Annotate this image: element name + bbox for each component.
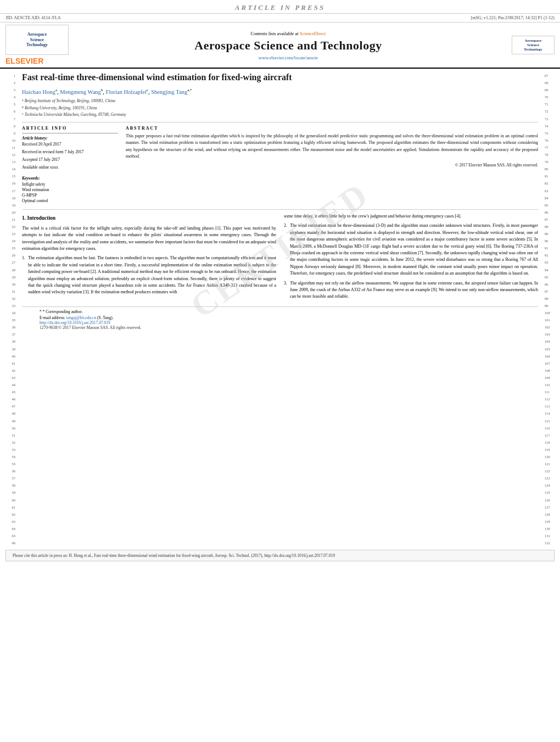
sciencedirect-link[interactable]: ScienceDirect bbox=[300, 31, 326, 36]
citation-bar: Please cite this article in press as: H.… bbox=[5, 550, 555, 561]
aff-c: cTechnische Universität München, Garchin… bbox=[22, 111, 538, 118]
list-item-2: 2. The wind estimation must be three-dim… bbox=[284, 222, 538, 277]
corr-note: * * Corresponding author. bbox=[40, 309, 533, 314]
list-num-2: 2. bbox=[284, 222, 287, 277]
intro-list: 1. The estimation algorithm must be fast… bbox=[22, 255, 276, 295]
header-meta-right: [mSG; v1.221; Pm:2/08/2017; 14:32] P1 (1… bbox=[471, 15, 555, 20]
citation-text: Please cite this article in press as: H.… bbox=[13, 553, 335, 558]
author-shengjing: Shengjing Tang bbox=[151, 88, 187, 94]
list-text-1: The estimation algorithm must be fast. T… bbox=[28, 255, 276, 295]
affiliations: aBeijing Institute of Technology, Beijin… bbox=[22, 98, 538, 118]
logo-area: AerospaceScienceTechnology ELSEVIER bbox=[5, 25, 77, 65]
doi-line: http://dx.doi.org/10.1016/j.ast.2017.07.… bbox=[40, 320, 533, 325]
list-text-3: The algorithm may not rely on the airflo… bbox=[290, 280, 538, 300]
abstract-text: This paper proposes a fast real-time est… bbox=[126, 133, 538, 160]
journal-logo-box: AerospaceScienceTechnology bbox=[5, 25, 69, 55]
journal-header: AerospaceScienceTechnology ELSEVIER Cont… bbox=[0, 22, 560, 69]
section-divider bbox=[22, 209, 538, 210]
article-info-title: ARTICLE INFO bbox=[22, 126, 118, 131]
email-line: E-mail address: tangsj@bit.edu.cn (S. Ta… bbox=[40, 315, 533, 320]
article-info-abstract: ARTICLE INFO Article history: Received 2… bbox=[22, 122, 538, 204]
right-list: 2. The wind estimation must be three-dim… bbox=[284, 222, 538, 300]
issn-text: 1270-9638/© 2017 Elsevier Masson SAS. Al… bbox=[40, 325, 141, 330]
aff-c-text: Technische Universität München, Garching… bbox=[25, 111, 126, 118]
sciencedirect-text: Contents lists available at ScienceDirec… bbox=[77, 30, 500, 36]
header-meta: JID: AESCTE AID: 4114 /FLA [mSG; v1.221;… bbox=[0, 14, 560, 22]
email-label: E-mail address: bbox=[40, 315, 65, 320]
keywords-label: Keywords: bbox=[22, 176, 118, 181]
badge-title: AerospaceScienceTechnology bbox=[514, 38, 552, 52]
intro-heading: 1. Introduction bbox=[22, 214, 276, 222]
author-florian: Florian Holzapfel bbox=[106, 88, 147, 94]
journal-url[interactable]: www.elsevier.com/locate/aescte bbox=[77, 55, 500, 60]
journal-title-main: Aerospace Science and Technology bbox=[77, 38, 500, 53]
contents-text: Contents lists available at bbox=[251, 31, 300, 36]
abstract-copyright: © 2017 Elsevier Masson SAS. All rights r… bbox=[126, 163, 538, 168]
author-haichao: Haichao Hong bbox=[22, 88, 55, 94]
received-date: Received 20 April 2017 bbox=[22, 142, 118, 147]
keyword-3: G-MPSP bbox=[22, 193, 118, 198]
aff-a-text: Beijing Institute of Technology, Beijing… bbox=[25, 98, 115, 104]
list-item-3: 3. The algorithm may not rely on the air… bbox=[284, 280, 538, 300]
corr-text: * Corresponding author. bbox=[43, 309, 83, 314]
left-column: 1. Introduction The wind is a critical r… bbox=[22, 213, 276, 303]
elsevier-badge: AerospaceScienceTechnology bbox=[512, 36, 555, 54]
abstract-section: ABSTRACT This paper proposes a fast real… bbox=[126, 126, 538, 204]
journal-right-area: AerospaceScienceTechnology bbox=[500, 36, 555, 54]
elsevier-logo: ELSEVIER bbox=[5, 57, 77, 65]
right-column: some time delay, it offers little help t… bbox=[284, 213, 538, 303]
two-column-body: 1. Introduction The wind is a critical r… bbox=[22, 213, 538, 303]
article-body: Fast real-time three-dimensional wind es… bbox=[18, 69, 542, 546]
article-in-press-banner: ARTICLE IN PRESS bbox=[0, 0, 560, 14]
journal-logo-title: AerospaceScienceTechnology bbox=[26, 32, 48, 48]
doi-link[interactable]: http://dx.doi.org/10.1016/j.ast.2017.07.… bbox=[40, 320, 110, 325]
header-meta-left: JID: AESCTE AID: 4114 /FLA bbox=[5, 15, 61, 20]
main-content: 1 2 3 4 5 6 7 8 9 10 11 12 13 14 15 16 1… bbox=[0, 69, 560, 546]
aff-a: aBeijing Institute of Technology, Beijin… bbox=[22, 98, 538, 104]
keyword-4: Optimal control bbox=[22, 198, 118, 203]
email-address[interactable]: tangsj@bit.edu.cn bbox=[66, 315, 96, 320]
footer-notes: * * Corresponding author. E-mail address… bbox=[22, 306, 538, 330]
list-num-3: 3. bbox=[284, 280, 287, 300]
accepted-date: Accepted 17 July 2017 bbox=[22, 157, 118, 162]
article-title: Fast real-time three-dimensional wind es… bbox=[22, 72, 538, 83]
list-text-2: The wind estimation must be three-dimens… bbox=[290, 222, 538, 277]
aip-text: ARTICLE IN PRESS bbox=[235, 3, 325, 12]
history-label: Article history: bbox=[22, 136, 118, 141]
journal-center: Contents lists available at ScienceDirec… bbox=[77, 30, 500, 60]
line-numbers-right: 67 68 69 70 71 72 73 74 75 76 77 78 79 8… bbox=[542, 69, 555, 546]
intro-para1: The wind is a critical risk factor for t… bbox=[22, 225, 276, 253]
abstract-title: ABSTRACT bbox=[126, 126, 538, 131]
article-info: ARTICLE INFO Article history: Received 2… bbox=[22, 126, 118, 204]
aff-b: bBeihang University, Beijing, 100191, Ch… bbox=[22, 105, 538, 111]
aff-b-text: Beihang University, Beijing, 100191, Chi… bbox=[25, 105, 97, 111]
keyword-1: Inflight safety bbox=[22, 182, 118, 187]
list-num-1: 1. bbox=[22, 255, 25, 295]
right-para-cont: some time delay, it offers little help t… bbox=[284, 213, 538, 220]
email-name: (S. Tang). bbox=[97, 315, 114, 320]
author-mengmeng: Mengmeng Wang bbox=[60, 88, 101, 94]
revised-date: Received in revised form 7 July 2017 bbox=[22, 149, 118, 154]
keyword-2: Wind estimation bbox=[22, 187, 118, 192]
issn-line: 1270-9638/© 2017 Elsevier Masson SAS. Al… bbox=[40, 325, 533, 330]
line-numbers-left: 1 2 3 4 5 6 7 8 9 10 11 12 13 14 15 16 1… bbox=[5, 69, 18, 546]
list-item-1: 1. The estimation algorithm must be fast… bbox=[22, 255, 276, 295]
available-date: Available online xxxx bbox=[22, 165, 118, 170]
authors-line: Haichao Honga, Mengmeng Wangb, Florian H… bbox=[22, 88, 538, 95]
